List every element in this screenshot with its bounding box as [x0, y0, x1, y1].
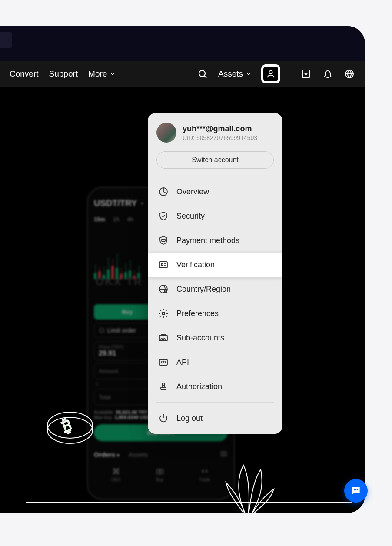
menu-label: Country/Region — [176, 285, 231, 294]
svg-point-40 — [355, 489, 357, 491]
coin-decoration: ₿ — [42, 409, 98, 448]
accounts-icon — [158, 333, 169, 343]
svg-point-39 — [354, 489, 355, 491]
svg-rect-25 — [159, 262, 167, 268]
orders-tab[interactable]: Orders ▾ — [94, 451, 120, 458]
chat-icon — [350, 485, 362, 496]
nav-assets[interactable]: Assets — [218, 69, 252, 79]
download-button[interactable] — [300, 68, 312, 80]
menu-sub-accounts[interactable]: Sub-accounts — [148, 326, 282, 350]
code-icon — [158, 357, 169, 367]
tf-4h[interactable]: 4h — [127, 216, 133, 223]
menu-label: Verification — [176, 260, 215, 270]
svg-point-31 — [162, 312, 165, 315]
power-icon — [158, 413, 169, 423]
overview-icon — [158, 186, 169, 197]
svg-point-33 — [161, 339, 163, 340]
svg-point-41 — [357, 489, 358, 491]
svg-point-18 — [159, 470, 161, 473]
svg-point-26 — [161, 263, 163, 265]
search-button[interactable] — [196, 68, 209, 80]
svg-text:₿: ₿ — [59, 415, 74, 436]
user-icon — [266, 69, 276, 79]
card-icon — [158, 235, 169, 246]
menu-preferences[interactable]: Preferences — [148, 301, 282, 326]
menu-label: Sub-accounts — [176, 333, 224, 343]
menu-verification[interactable]: Verification — [148, 253, 282, 277]
svg-point-0 — [199, 70, 205, 77]
user-dropdown-panel: yuh***@gmail.com UID: 505827076599914503… — [148, 113, 282, 434]
menu-label: Security — [176, 212, 205, 221]
chat-fab[interactable] — [344, 479, 368, 503]
window-title-bar — [0, 26, 365, 61]
download-icon — [301, 69, 311, 79]
menu-list: Overview Security Payment methods — [148, 176, 282, 402]
menu-label: API — [176, 358, 189, 367]
user-menu-button[interactable] — [261, 64, 280, 83]
nav-support[interactable]: Support — [49, 69, 78, 79]
info-icon — [99, 327, 105, 333]
switch-account-button[interactable]: Switch account — [156, 151, 274, 169]
menu-security[interactable]: Security — [148, 204, 282, 228]
svg-rect-15 — [113, 472, 115, 474]
svg-marker-5 — [141, 203, 143, 204]
id-card-icon — [158, 260, 169, 270]
avatar — [156, 123, 176, 143]
svg-point-36 — [162, 383, 165, 386]
bell-icon — [322, 69, 333, 79]
menu-label: Preferences — [176, 309, 219, 318]
svg-rect-17 — [156, 469, 163, 474]
menu-country-region[interactable]: Country/Region — [148, 277, 282, 301]
page-root: Convert Support More Assets — [0, 0, 392, 546]
svg-rect-9 — [221, 452, 226, 456]
menu-label: Payment methods — [176, 236, 239, 245]
language-button[interactable] — [343, 68, 355, 80]
search-icon — [197, 69, 208, 79]
user-email: yuh***@gmail.com — [183, 124, 257, 133]
chart-watermark: OKX TR — [96, 276, 143, 288]
svg-rect-37 — [161, 387, 166, 389]
top-navbar: Convert Support More Assets — [0, 61, 365, 87]
phone-bottom-nav: OKX Buy Trade — [94, 467, 228, 482]
menu-label: Authorization — [176, 382, 222, 391]
caret-down-icon — [140, 201, 145, 206]
globe-location-icon — [158, 284, 169, 294]
menu-authorization[interactable]: Authorization — [148, 374, 282, 399]
browser-tab-edge — [0, 32, 12, 48]
menu-logout[interactable]: Log out — [148, 406, 282, 430]
user-info-header: yuh***@gmail.com UID: 505827076599914503 — [148, 113, 282, 149]
chevron-down-icon — [246, 71, 252, 77]
nav-more[interactable]: More — [88, 69, 116, 79]
menu-label: Overview — [176, 187, 209, 196]
bn-buy[interactable]: Buy — [156, 467, 164, 482]
chevron-down-icon — [110, 71, 116, 77]
shield-icon — [158, 211, 169, 221]
nav-convert[interactable]: Convert — [10, 69, 39, 79]
bottom-assets-tab[interactable]: Assets — [128, 451, 148, 458]
plant-decoration — [209, 456, 287, 513]
menu-api[interactable]: API — [148, 350, 282, 374]
stamp-icon — [158, 381, 169, 392]
ground-line — [26, 502, 352, 503]
bn-okx[interactable]: OKX — [111, 467, 120, 482]
menu-label: Log out — [176, 414, 203, 423]
notifications-button[interactable] — [322, 68, 334, 80]
globe-icon — [344, 69, 355, 79]
gear-icon — [158, 308, 169, 319]
app-window: Convert Support More Assets — [0, 26, 365, 513]
svg-line-1 — [204, 76, 206, 78]
svg-rect-16 — [116, 472, 119, 474]
menu-overview[interactable]: Overview — [148, 180, 282, 204]
menu-payment-methods[interactable]: Payment methods — [148, 228, 282, 253]
svg-point-2 — [269, 71, 272, 74]
tf-15m[interactable]: 15m — [94, 216, 105, 223]
tf-1h[interactable]: 1h — [113, 216, 119, 223]
nav-divider — [290, 68, 290, 80]
svg-point-34 — [163, 339, 165, 340]
user-uid: UID: 505827076599914503 — [183, 134, 257, 141]
